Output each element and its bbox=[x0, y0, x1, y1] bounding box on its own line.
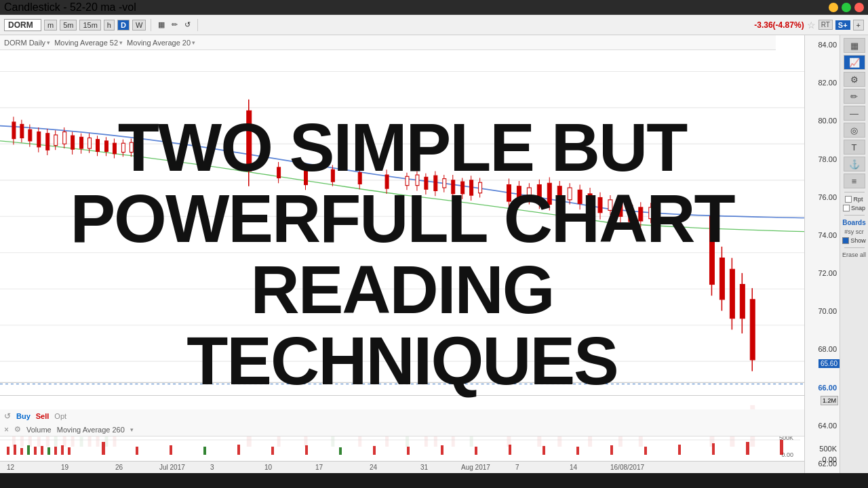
svg-rect-125 bbox=[588, 194, 592, 211]
sidebar-line-icon[interactable]: — bbox=[844, 106, 865, 121]
svg-text:0.00: 0.00 bbox=[781, 451, 793, 458]
main-toolbar: DORM m 5m 15m h D W ▦ ✏ ↺ -3.36(-4.87%) … bbox=[0, 15, 868, 35]
refresh-icon[interactable]: ↺ bbox=[182, 20, 193, 29]
date-12: 12 bbox=[7, 464, 14, 471]
price-68: 68.00 bbox=[808, 345, 837, 353]
svg-rect-218 bbox=[441, 445, 443, 455]
main-area: DORM Daily ▾ Moving Average 52 ▾ Moving … bbox=[0, 35, 868, 473]
price-76: 76.00 bbox=[808, 193, 837, 201]
timeframe-w[interactable]: W bbox=[132, 20, 146, 30]
chart-type-icon[interactable]: ▦ bbox=[156, 20, 167, 29]
svg-rect-32 bbox=[71, 136, 75, 149]
sidebar-candlestick-icon[interactable]: ▦ bbox=[844, 38, 865, 53]
close-button[interactable] bbox=[854, 3, 864, 12]
svg-rect-44 bbox=[104, 141, 108, 152]
svg-rect-119 bbox=[568, 188, 572, 200]
sidebar-snap-check[interactable]: Snap bbox=[843, 205, 865, 211]
svg-rect-47 bbox=[113, 143, 116, 154]
date-31: 31 bbox=[420, 464, 428, 471]
timeframe-d[interactable]: D bbox=[117, 20, 130, 30]
ticker-symbol[interactable]: DORM bbox=[4, 19, 41, 31]
boards-button[interactable]: Boards bbox=[842, 219, 865, 226]
opt-button[interactable]: Opt bbox=[54, 412, 66, 420]
timeframe-5m[interactable]: 5m bbox=[60, 20, 77, 30]
sidebar-pencil-icon[interactable]: ✏ bbox=[844, 89, 865, 104]
filter-label[interactable]: #sy scr bbox=[844, 228, 864, 235]
svg-rect-216 bbox=[373, 446, 376, 455]
volume-dropdown-icon[interactable]: ▾ bbox=[130, 426, 134, 433]
s-badge: S+ bbox=[835, 20, 850, 30]
sidebar-rpt-check[interactable]: Rpt bbox=[845, 196, 863, 203]
svg-rect-205 bbox=[54, 447, 57, 455]
volume-toolbar: × ⚙ Volume Moving Average 260 ▾ bbox=[0, 423, 804, 436]
indicator-ma20[interactable]: Moving Average 20 ▾ bbox=[127, 39, 195, 47]
rpt-checkbox[interactable] bbox=[845, 196, 852, 203]
price-72: 72.00 bbox=[808, 269, 837, 277]
date-jul2017: Jul 2017 bbox=[159, 464, 185, 471]
erase-all-button[interactable]: Erase all bbox=[842, 251, 866, 258]
svg-rect-122 bbox=[578, 190, 582, 203]
timeframe-h[interactable]: h bbox=[104, 20, 115, 30]
sidebar-anchor-icon[interactable]: ⚓ bbox=[844, 157, 865, 171]
date-current: 16/08/2017 bbox=[610, 464, 644, 471]
show-checkbox[interactable] bbox=[842, 237, 849, 244]
volume-mini-chart: 500K 0.00 bbox=[0, 436, 804, 460]
buy-sell-bar: ↺ Buy Sell Opt bbox=[0, 409, 804, 423]
svg-rect-107 bbox=[527, 188, 531, 200]
draw-icon[interactable]: ✏ bbox=[170, 20, 180, 29]
svg-rect-86 bbox=[443, 179, 446, 188]
rpt-label: Rpt bbox=[853, 196, 863, 203]
timeframe-15m[interactable]: 15m bbox=[79, 20, 100, 30]
indicator-ma52[interactable]: Moving Average 52 ▾ bbox=[54, 39, 123, 47]
sidebar-chart-icon[interactable]: 📈 bbox=[844, 55, 865, 70]
svg-rect-140 bbox=[639, 207, 643, 221]
svg-rect-149 bbox=[719, 258, 724, 300]
svg-rect-217 bbox=[407, 447, 410, 455]
svg-rect-219 bbox=[475, 447, 477, 455]
period-button[interactable]: 1.2M bbox=[821, 396, 838, 405]
sidebar-text-icon[interactable]: T bbox=[844, 140, 865, 155]
sidebar-lines-icon[interactable]: ≡ bbox=[844, 174, 865, 188]
svg-rect-131 bbox=[608, 200, 612, 211]
volume-close-icon[interactable]: × bbox=[4, 425, 9, 434]
svg-rect-200 bbox=[20, 448, 23, 455]
toolbar-separator-1 bbox=[151, 19, 151, 31]
minimize-button[interactable] bbox=[829, 3, 838, 12]
svg-rect-26 bbox=[54, 135, 58, 146]
svg-rect-35 bbox=[80, 137, 83, 148]
svg-rect-134 bbox=[618, 203, 623, 216]
svg-rect-92 bbox=[461, 182, 465, 194]
indicator-dorm-daily[interactable]: DORM Daily ▾ bbox=[4, 39, 50, 47]
svg-rect-65 bbox=[331, 169, 334, 182]
sell-button[interactable]: Sell bbox=[36, 412, 50, 420]
sidebar-show-check[interactable]: Show bbox=[842, 237, 866, 244]
volume-indicator-icon[interactable]: ⚙ bbox=[14, 425, 21, 434]
svg-rect-59 bbox=[277, 167, 281, 178]
svg-rect-152 bbox=[730, 269, 734, 318]
sidebar-separator-1 bbox=[844, 192, 865, 192]
sidebar-circle-icon[interactable]: ◎ bbox=[844, 123, 865, 138]
svg-rect-71 bbox=[385, 175, 389, 188]
timeframe-m[interactable]: m bbox=[44, 20, 57, 30]
right-sidebar: ▦ 📈 ⚙ ✏ — ◎ T ⚓ ≡ Rpt Snap Boards #sy sc… bbox=[840, 35, 868, 473]
ma52-dropdown-icon[interactable]: ▾ bbox=[119, 39, 123, 46]
snap-checkbox[interactable] bbox=[843, 205, 850, 211]
buy-button[interactable]: Buy bbox=[16, 412, 31, 420]
svg-rect-207 bbox=[68, 447, 71, 455]
sidebar-tools-icon[interactable]: ⚙ bbox=[844, 72, 865, 87]
plus-button[interactable]: + bbox=[853, 20, 864, 30]
date-17: 17 bbox=[315, 464, 323, 471]
maximize-button[interactable] bbox=[842, 3, 851, 12]
date-7: 7 bbox=[515, 464, 519, 471]
dorm-daily-label: DORM Daily bbox=[4, 39, 45, 47]
snap-label: Snap bbox=[851, 205, 865, 211]
current-price-badge: 65.60 bbox=[818, 359, 840, 368]
chart-container[interactable]: DORM Daily ▾ Moving Average 52 ▾ Moving … bbox=[0, 35, 804, 473]
star-icon[interactable]: ☆ bbox=[807, 20, 816, 30]
svg-rect-228 bbox=[780, 440, 783, 455]
dorm-dropdown-icon[interactable]: ▾ bbox=[47, 39, 50, 46]
ma52-label: Moving Average 52 bbox=[54, 39, 118, 47]
svg-rect-98 bbox=[479, 182, 482, 193]
ma20-dropdown-icon[interactable]: ▾ bbox=[192, 39, 195, 46]
svg-rect-74 bbox=[406, 176, 409, 185]
